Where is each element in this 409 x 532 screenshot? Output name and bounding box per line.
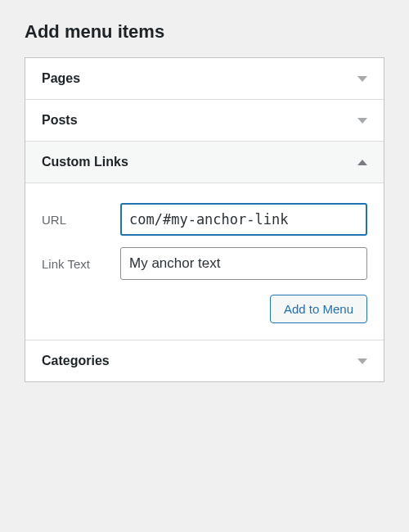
accordion-header-categories[interactable]: Categories: [25, 340, 384, 381]
chevron-down-icon: [357, 76, 367, 82]
accordion-item-custom-links: Custom Links URL Link Text Add to Menu: [25, 142, 384, 340]
chevron-up-icon: [357, 160, 367, 165]
accordion-title: Posts: [42, 113, 78, 128]
chevron-down-icon: [357, 118, 367, 124]
accordion-title: Custom Links: [42, 155, 128, 169]
accordion-item-pages: Pages: [25, 58, 384, 100]
link-text-label: Link Text: [42, 257, 120, 271]
add-to-menu-button[interactable]: Add to Menu: [270, 295, 367, 323]
url-label: URL: [42, 213, 120, 227]
accordion-item-categories: Categories: [25, 340, 384, 381]
chevron-down-icon: [357, 358, 367, 364]
section-heading: Add menu items: [25, 21, 384, 43]
accordion-header-custom-links[interactable]: Custom Links: [25, 142, 384, 183]
link-text-input[interactable]: [120, 247, 367, 280]
accordion-header-posts[interactable]: Posts: [25, 100, 384, 141]
menu-items-accordion: Pages Posts Custom Links URL Link Text: [25, 57, 384, 382]
accordion-title: Categories: [42, 354, 110, 368]
custom-links-form: URL Link Text Add to Menu: [25, 183, 384, 340]
accordion-title: Pages: [42, 71, 80, 86]
accordion-item-posts: Posts: [25, 100, 384, 142]
url-input[interactable]: [120, 203, 367, 236]
accordion-header-pages[interactable]: Pages: [25, 58, 384, 99]
